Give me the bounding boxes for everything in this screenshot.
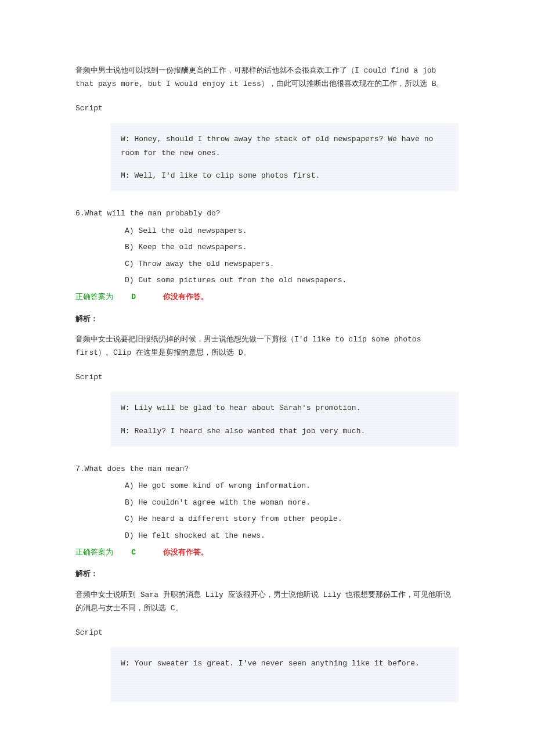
question-text: 6.What will the man probably do? [75, 207, 459, 220]
script-line-w: W: Honey, should I throw away the stack … [121, 132, 448, 160]
script-label: Script [75, 626, 459, 639]
not-answered: 你没有作答。 [163, 548, 208, 557]
script-line-m: M: Well, I'd like to clip some photos fi… [121, 169, 448, 182]
explanation-text: 音频中女士说要把旧报纸扔掉的时候，男士说他想先做一下剪报（I'd like to… [75, 333, 459, 360]
option-a: A) Sell the old newspapers. [125, 224, 459, 237]
answer-prefix: 正确答案为 [75, 548, 113, 557]
script-line-w: W: Lily will be glad to hear about Sarah… [121, 401, 448, 415]
option-d: D) Cut some pictures out from the old ne… [125, 273, 459, 287]
option-d: D) He felt shocked at the news. [125, 529, 459, 542]
answer-line: 正确答案为 C 你没有作答。 [75, 546, 459, 559]
not-answered: 你没有作答。 [163, 293, 208, 301]
options-list: A) He got some kind of wrong information… [125, 479, 459, 542]
option-c: C) Throw away the old newspapers. [125, 257, 459, 271]
explanation-label: 解析： [75, 567, 459, 581]
script-label: Script [75, 370, 459, 384]
answer-letter: C [131, 548, 136, 557]
explanation-text: 音频中女士说听到 Sara 升职的消息 Lily 应该很开心，男士说他听说 Li… [75, 588, 459, 615]
script-line-empty [121, 679, 448, 693]
answer-prefix: 正确答案为 [75, 293, 113, 301]
options-list: A) Sell the old newspapers. B) Keep the … [125, 224, 459, 287]
script-box: W: Lily will be glad to hear about Sarah… [110, 392, 459, 447]
explanation-text: 音频中男士说他可以找到一份报酬更高的工作，可那样的话他就不会很喜欢工作了（I c… [75, 64, 459, 91]
option-b: B) He couldn't agree with the woman more… [125, 496, 459, 509]
option-a: A) He got some kind of wrong information… [125, 479, 459, 492]
script-label: Script [75, 102, 459, 115]
explanation-label: 解析： [75, 312, 459, 326]
answer-letter: D [131, 293, 136, 301]
question-text: 7.What does the man mean? [75, 462, 459, 476]
script-line-m: M: Really? I heard she also wanted that … [121, 424, 448, 438]
script-line-w: W: Your sweater is great. I've never see… [121, 657, 448, 670]
answer-line: 正确答案为 D 你没有作答。 [75, 290, 459, 304]
script-box: W: Honey, should I throw away the stack … [110, 123, 459, 192]
script-box: W: Your sweater is great. I've never see… [110, 647, 459, 703]
option-c: C) He heard a different story from other… [125, 512, 459, 525]
option-b: B) Keep the old newspapers. [125, 240, 459, 254]
